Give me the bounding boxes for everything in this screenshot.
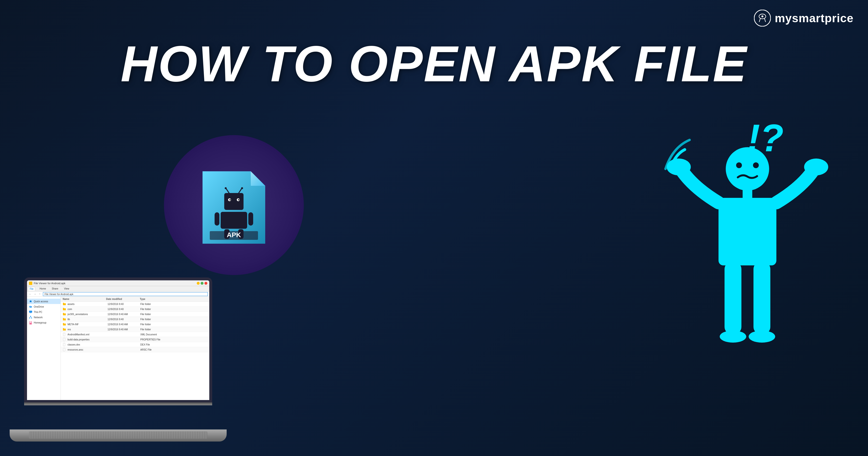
laptop-screen: File Viewer for Android.apk File Home Sh… [24, 278, 212, 403]
table-row[interactable]: META-INF 12/9/2016 9:40 AM File folder [61, 322, 209, 327]
file-date: 12/9/2016 9:40 AM [107, 323, 139, 326]
network-icon [29, 316, 32, 319]
file-date: 12/9/2016 9:40 [107, 318, 139, 321]
confused-arcs [661, 130, 709, 174]
svg-rect-43 [743, 190, 752, 199]
svg-point-49 [720, 331, 746, 343]
logo-text: mysmartprice [775, 11, 854, 25]
svg-rect-44 [718, 198, 776, 265]
file-rows-container: assets 12/9/2016 9:40 File folder com 12… [61, 302, 209, 352]
table-row[interactable]: lib 12/9/2016 9:40 File folder [61, 317, 209, 322]
svg-point-19 [29, 323, 32, 324]
file-date: 12/9/2016 9:40 AM [107, 328, 139, 331]
file-type: PROPERTIES File [140, 338, 207, 341]
svg-point-30 [225, 187, 227, 189]
table-row[interactable]: classes.dex DEX File [61, 342, 209, 347]
svg-point-46 [804, 159, 828, 175]
file-type: File folder [140, 313, 207, 316]
file-icon [63, 333, 66, 336]
sidebar-item-quick-access[interactable]: Quick access [27, 299, 61, 304]
svg-rect-24 [224, 193, 244, 210]
onedrive-icon [29, 305, 32, 308]
file-name: META-INF [67, 323, 106, 326]
file-name: lib [67, 318, 106, 321]
file-icon [63, 348, 66, 351]
svg-line-4 [765, 19, 766, 22]
svg-point-0 [754, 10, 771, 26]
sidebar-item-network[interactable]: Network [27, 315, 61, 320]
file-date: 12/9/2016 9:40 AM [107, 313, 139, 316]
file-icon [63, 343, 66, 346]
file-type: File folder [140, 308, 207, 311]
laptop-keyboard [29, 431, 207, 438]
laptop-hinge [24, 402, 212, 405]
folder-icon [63, 302, 66, 306]
tab-file[interactable]: File [28, 287, 35, 291]
svg-point-40 [726, 147, 769, 191]
svg-point-18 [31, 322, 32, 322]
titlebar-folder-icon [29, 282, 32, 285]
address-path[interactable]: File Viewer for Android.apk [43, 292, 208, 296]
explorer-titlebar: File Viewer for Android.apk [27, 280, 209, 286]
svg-point-13 [29, 317, 30, 318]
tab-share[interactable]: Share [51, 287, 60, 290]
table-row[interactable]: res 12/9/2016 9:40 AM File folder [61, 327, 209, 332]
table-row[interactable]: build-data.properties PROPERTIES File [61, 337, 209, 342]
svg-point-2 [762, 16, 763, 18]
file-date: 12/9/2016 9:40 [107, 303, 139, 306]
file-list-header: Name Date modified Type [61, 297, 209, 302]
svg-point-27 [229, 199, 231, 200]
forward-button[interactable]: → [33, 292, 37, 296]
logo-area: mysmartprice [754, 10, 854, 27]
folder-icon [63, 317, 66, 321]
file-list: Name Date modified Type assets 12/9/2016… [61, 297, 209, 400]
svg-point-7 [29, 306, 31, 307]
file-type: File folder [140, 323, 207, 326]
file-date: 12/9/2016 9:40 [107, 308, 139, 311]
file-name: classes.dex [67, 343, 106, 346]
file-name: res [67, 328, 106, 331]
file-name: AndroidManifest.xml [67, 333, 106, 336]
tab-home[interactable]: Home [38, 287, 48, 290]
svg-rect-10 [30, 313, 31, 313]
file-type: ARSC File [140, 348, 207, 351]
svg-rect-47 [724, 262, 741, 334]
folder-icon [63, 307, 66, 311]
folder-icon [63, 322, 66, 326]
titlebar-controls [197, 282, 207, 285]
file-type: File folder [140, 328, 207, 331]
svg-rect-34 [215, 212, 219, 226]
sidebar-item-onedrive[interactable]: OneDrive [27, 304, 61, 309]
minimize-button[interactable] [197, 282, 199, 285]
apk-file-icon: APK [198, 162, 270, 249]
file-type: XML Document [140, 333, 207, 336]
table-row[interactable]: com 12/9/2016 9:40 File folder [61, 307, 209, 312]
tab-view[interactable]: View [63, 287, 71, 290]
svg-marker-5 [29, 300, 32, 303]
up-button[interactable]: ↑ [38, 292, 41, 296]
file-type: File folder [140, 318, 207, 321]
svg-point-32 [241, 187, 243, 189]
sidebar-item-homegroup[interactable]: Homegroup [27, 320, 61, 325]
star-icon [29, 300, 32, 303]
sidebar-item-this-pc[interactable]: This PC [27, 309, 61, 315]
maximize-button[interactable] [200, 282, 204, 285]
table-row[interactable]: assets 12/9/2016 9:40 File folder [61, 302, 209, 307]
svg-text:APK: APK [227, 231, 241, 238]
svg-point-12 [30, 316, 31, 317]
file-explorer: File Viewer for Android.apk File Home Sh… [27, 280, 209, 400]
address-bar: ← → ↑ File Viewer for Android.apk [27, 291, 209, 297]
back-button[interactable]: ← [28, 292, 32, 296]
file-icon [63, 338, 66, 341]
close-button[interactable] [205, 282, 207, 285]
table-row[interactable]: jsr305_annotations 12/9/2016 9:40 AM Fil… [61, 312, 209, 317]
file-type: File folder [140, 303, 207, 306]
table-row[interactable]: AndroidManifest.xml XML Document [61, 332, 209, 337]
svg-line-15 [30, 317, 31, 317]
svg-point-42 [753, 162, 759, 168]
explorer-sidebar: Quick access OneDrive [27, 297, 61, 400]
file-name: resources.arsc [67, 348, 106, 351]
laptop-illustration: File Viewer for Android.apk File Home Sh… [10, 278, 227, 441]
table-row[interactable]: resources.arsc ARSC File [61, 347, 209, 352]
computer-icon [29, 310, 32, 314]
